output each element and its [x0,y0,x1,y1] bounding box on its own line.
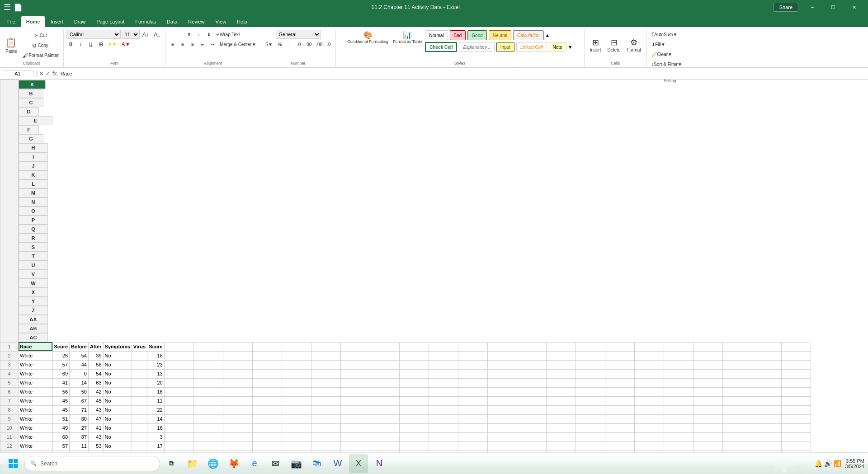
format-button[interactable]: ⚙ Format [624,33,644,58]
cell-10-18[interactable] [458,423,487,432]
cell-3-22[interactable] [576,360,605,369]
cell-8-25[interactable] [664,405,693,414]
cell-6-21[interactable] [546,387,576,396]
explanatory-style-button[interactable]: Explanatory... [459,42,494,52]
cell-6-17[interactable] [429,387,458,396]
cell-4-9[interactable] [193,369,223,378]
align-bottom-button[interactable]: ⬇ [204,30,213,39]
cell-10-5[interactable]: No [103,423,132,432]
cell-7-3[interactable]: 67 [70,396,89,405]
italic-button[interactable]: I [76,40,85,49]
cell-3-19[interactable] [487,360,517,369]
cell-12-16[interactable] [399,441,429,451]
col-header-P[interactable]: P [19,216,48,225]
cell-7-19[interactable] [487,396,517,405]
cell-4-26[interactable] [693,369,722,378]
cell-6-23[interactable] [605,387,634,396]
styles-scroll-down[interactable]: ▼ [568,42,574,52]
cell-10-24[interactable] [634,423,664,432]
cell-8-20[interactable] [517,405,546,414]
cell-10-19[interactable] [487,423,517,432]
cell-8-7[interactable]: 22 [147,405,165,414]
cell-9-13[interactable] [311,414,340,423]
decrease-decimal-button[interactable]: .0→.00 [295,40,313,49]
cell-7-10[interactable] [223,396,252,405]
cell-4-10[interactable] [223,369,252,378]
cell-7-4[interactable]: 45 [88,396,103,405]
row-num-5[interactable]: 5 [0,378,19,387]
cell-1-12[interactable] [282,342,311,351]
cell-1-24[interactable] [634,342,664,351]
cell-2-2[interactable]: 26 [52,351,70,360]
ribbon-tab-insert[interactable]: Insert [45,16,69,27]
cell-1-11[interactable] [252,342,282,351]
cell-11-4[interactable]: 43 [88,432,103,441]
cell-1-25[interactable] [664,342,693,351]
col-header-E[interactable]: E [19,116,52,125]
cell-2-12[interactable] [282,351,311,360]
fill-button[interactable]: ⬇ Fill ▼ [650,40,667,49]
align-top-button[interactable]: ⬆ [184,30,193,39]
cell-6-18[interactable] [458,387,487,396]
cell-8-9[interactable] [193,405,223,414]
cell-4-25[interactable] [664,369,693,378]
cell-11-25[interactable] [664,432,693,441]
cell-2-5[interactable]: No [103,351,132,360]
cell-10-7[interactable]: 16 [147,423,165,432]
cell-6-3[interactable]: 50 [70,387,89,396]
cell-10-1[interactable]: White [19,423,53,432]
cell-3-16[interactable] [399,360,429,369]
cell-12-23[interactable] [605,441,634,451]
cell-11-22[interactable] [576,432,605,441]
format-painter-button[interactable]: 🖌 Format Painter [21,51,61,60]
cell-4-29[interactable] [781,369,811,378]
cell-1-5[interactable]: Symptoms [103,342,132,351]
close-button[interactable]: ✕ [844,0,864,14]
cell-12-1[interactable]: White [19,441,53,451]
col-header-C[interactable]: C [19,98,43,107]
cell-2-13[interactable] [311,351,340,360]
check-cell-style-button[interactable]: Check Cell [425,42,457,52]
cell-3-17[interactable] [429,360,458,369]
cell-2-24[interactable] [634,351,664,360]
cell-3-5[interactable]: No [103,360,132,369]
cell-1-28[interactable] [752,342,781,351]
merge-center-button[interactable]: Merge & Center ▼ [218,40,258,49]
cell-2-10[interactable] [223,351,252,360]
autosum-button[interactable]: Σ AutoSum ▼ [650,30,679,39]
fill-color-button[interactable]: A▼ [106,40,119,49]
cell-3-24[interactable] [634,360,664,369]
cell-12-21[interactable] [546,441,576,451]
insert-button[interactable]: ⊞ Insert [587,33,604,58]
cell-12-22[interactable] [576,441,605,451]
cell-6-7[interactable]: 16 [147,387,165,396]
cell-8-23[interactable] [605,405,634,414]
cell-6-15[interactable] [370,387,399,396]
cell-11-16[interactable] [399,432,429,441]
cell-9-7[interactable]: 14 [147,414,165,423]
cell-9-9[interactable] [193,414,223,423]
cell-4-2[interactable]: 69 [52,369,70,378]
cell-7-6[interactable] [132,396,147,405]
cell-6-1[interactable]: White [19,387,53,396]
cell-4-18[interactable] [458,369,487,378]
cell-2-21[interactable] [546,351,576,360]
cell-12-15[interactable] [370,441,399,451]
cell-6-5[interactable]: No [103,387,132,396]
cell-7-13[interactable] [311,396,340,405]
note-style-button[interactable]: Note [549,42,566,52]
cell-12-8[interactable] [164,441,193,451]
cell-11-29[interactable] [781,432,811,441]
cell-1-9[interactable] [193,342,223,351]
cell-5-27[interactable] [722,378,752,387]
col-header-U[interactable]: U [19,261,48,270]
font-family-select[interactable]: Calibri [66,30,121,39]
cell-8-13[interactable] [311,405,340,414]
cell-1-16[interactable] [399,342,429,351]
cell-12-29[interactable] [781,441,811,451]
col-header-F[interactable]: F [19,125,39,134]
cell-1-2[interactable]: Score [52,342,70,351]
cell-8-17[interactable] [429,405,458,414]
cell-12-13[interactable] [311,441,340,451]
cell-11-3[interactable]: 87 [70,432,89,441]
